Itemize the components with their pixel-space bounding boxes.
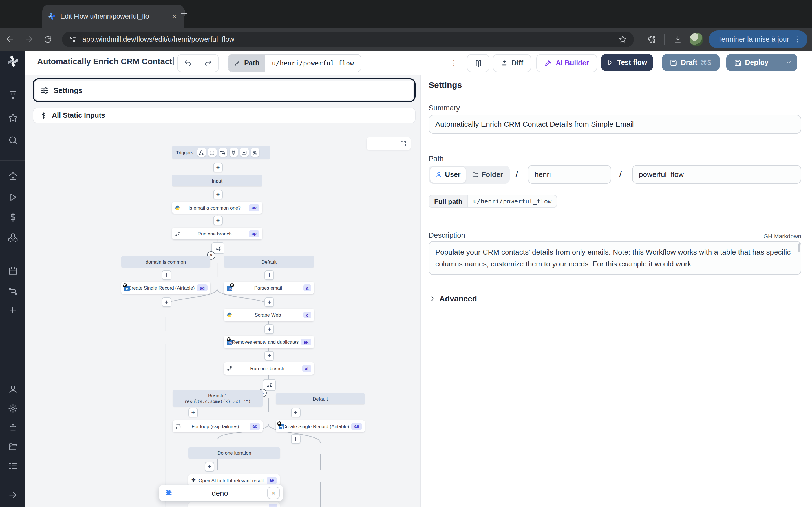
language-popup[interactable]: deno × (159, 485, 283, 501)
site-info-icon[interactable] (69, 35, 77, 43)
deploy-dropdown[interactable] (780, 54, 797, 71)
sidebar-item-settings[interactable] (0, 403, 26, 413)
input-node[interactable]: Input (172, 175, 262, 186)
reload-icon[interactable] (38, 35, 57, 44)
extensions-icon[interactable] (642, 35, 661, 44)
path-value[interactable]: u/henri/powerful_flow (265, 55, 361, 71)
sidebar-item-runs[interactable] (0, 192, 26, 202)
step-node-an[interactable]: TS Create Single Record (Airtable) an (276, 420, 365, 432)
sidebar-item-home[interactable] (0, 171, 26, 181)
step-node-ao[interactable]: Is email a common one? ao (172, 202, 262, 214)
path-user-input[interactable]: henri (528, 165, 611, 184)
step-node-partial[interactable] (188, 503, 280, 507)
add-step-connector[interactable]: + (264, 297, 274, 307)
step-node-ac[interactable]: For loop (skip failures) ac (172, 420, 263, 432)
more-options-icon[interactable]: ⋮ (447, 54, 461, 71)
browser-tab[interactable]: Edit Flow u/henri/powerful_flo × (42, 4, 185, 27)
settings-tab-card[interactable]: Settings (33, 78, 416, 102)
folder-toggle[interactable]: Folder (466, 167, 509, 182)
deploy-button[interactable]: Deploy (726, 54, 797, 71)
step-node-al[interactable]: Run one branch al (224, 362, 314, 375)
sidebar-collapse-icon[interactable] (0, 490, 26, 500)
draft-button[interactable]: Draft ⌘S (662, 54, 719, 71)
forward-icon[interactable] (19, 34, 38, 44)
branch-domain-node[interactable]: domain is common (121, 256, 210, 268)
description-textarea[interactable]: Populate your CRM contacts' details from… (428, 241, 801, 275)
advanced-section-toggle[interactable]: Advanced (428, 294, 477, 303)
add-step-connector[interactable]: + (162, 270, 171, 280)
add-step-connector[interactable]: + (162, 297, 171, 307)
ai-builder-button[interactable]: AI Builder (536, 54, 597, 72)
step-node-ap[interactable]: Run one branch ap (172, 228, 262, 239)
profile-avatar[interactable] (690, 33, 703, 46)
webhook-trigger-icon[interactable] (197, 148, 206, 157)
sidebar-item-workspace[interactable] (0, 90, 26, 100)
summary-input[interactable]: Automatically Enrich CRM Contact Details… (428, 115, 801, 133)
sidebar-item-resources[interactable] (0, 233, 26, 243)
sidebar-item-search[interactable] (0, 135, 26, 145)
add-step-connector[interactable]: + (205, 462, 214, 471)
add-step-connector[interactable]: + (213, 216, 223, 225)
watch-trigger-icon[interactable] (251, 148, 259, 157)
path-edit-segment[interactable]: Path (229, 55, 265, 71)
new-tab-button[interactable] (179, 8, 189, 18)
back-icon[interactable] (0, 34, 19, 44)
step-node-aq[interactable]: TS Create Single Record (Airtable) aq (121, 282, 210, 294)
step-node-ae[interactable]: ✻ Open AI to tell if relevant result ae (188, 474, 280, 486)
sidebar-item-users[interactable] (0, 384, 26, 394)
branch-1-node[interactable]: Branch 1 results.c.some((x)=>x!="") (172, 390, 263, 407)
step-node-c[interactable]: Scrape Web c (224, 309, 314, 321)
tab-close-icon[interactable]: × (170, 11, 179, 20)
test-flow-button[interactable]: Test flow (601, 54, 653, 71)
email-trigger-icon[interactable] (240, 148, 249, 157)
add-step-connector[interactable]: + (213, 190, 223, 200)
update-chrome-button[interactable]: Terminer la mise à jour ⋮ (709, 30, 808, 48)
add-step-connector[interactable]: + (264, 270, 274, 280)
sidebar-item-workers[interactable] (0, 422, 26, 433)
add-step-connector[interactable]: + (291, 434, 301, 444)
sidebar-item-folders[interactable] (0, 442, 26, 452)
step-node-a[interactable]: TS Parses email a (224, 282, 314, 294)
step-label: Open AI to tell if relevant result (198, 477, 264, 483)
address-bar[interactable]: app.windmill.dev/flows/edit/u/henri/powe… (62, 31, 634, 47)
branch-default-node[interactable]: Default (224, 256, 314, 268)
flow-title[interactable]: Automatically Enrich CRM Contact (37, 57, 174, 66)
add-step-connector[interactable]: + (264, 325, 274, 334)
route-trigger-icon[interactable] (219, 148, 227, 157)
sidebar-item-schedules[interactable] (0, 266, 26, 276)
description-scrollbar[interactable] (799, 243, 800, 252)
popup-close-icon[interactable]: × (267, 487, 280, 499)
do-one-iteration-node[interactable]: Do one iteration (188, 447, 280, 459)
sidebar-item-favorites[interactable] (0, 113, 26, 123)
path-control[interactable]: Path u/henri/powerful_flow (228, 54, 361, 72)
zoom-in-icon[interactable] (370, 140, 377, 147)
sidebar-item-routes[interactable] (0, 287, 26, 297)
user-toggle[interactable]: User (430, 166, 466, 183)
sidebar-item-variables[interactable] (0, 212, 26, 223)
branch-default-2-node[interactable]: Default (276, 393, 365, 404)
add-step-connector[interactable]: + (213, 163, 223, 172)
undo-button[interactable] (177, 55, 198, 71)
fit-view-icon[interactable] (400, 140, 407, 147)
download-icon[interactable] (668, 35, 688, 44)
diff-button[interactable]: Diff (493, 54, 531, 72)
chrome-menu-icon[interactable]: ⋮ (794, 35, 801, 43)
branch-label: Default (313, 396, 328, 402)
add-step-connector[interactable]: + (188, 408, 198, 417)
path-name-input[interactable]: powerful_flow (632, 165, 801, 184)
schedule-trigger-icon[interactable] (208, 148, 216, 157)
add-step-connector[interactable]: + (264, 351, 274, 360)
add-step-connector[interactable]: + (291, 408, 301, 417)
kafka-trigger-icon[interactable] (230, 148, 238, 157)
zoom-out-icon[interactable] (385, 140, 393, 147)
windmill-logo[interactable] (0, 55, 26, 68)
bookmark-star-icon[interactable] (619, 35, 627, 43)
deploy-main[interactable]: Deploy (726, 59, 776, 66)
sidebar-item-add[interactable] (0, 305, 26, 315)
docs-button[interactable] (467, 54, 490, 72)
step-node-ak[interactable]: TS Removes empty and duplicates ak (224, 336, 314, 348)
redo-button[interactable] (198, 55, 218, 71)
static-inputs-card[interactable]: All Static Inputs (33, 108, 416, 123)
sidebar-item-logs[interactable] (0, 461, 26, 471)
triggers-node[interactable]: Triggers (172, 146, 270, 159)
